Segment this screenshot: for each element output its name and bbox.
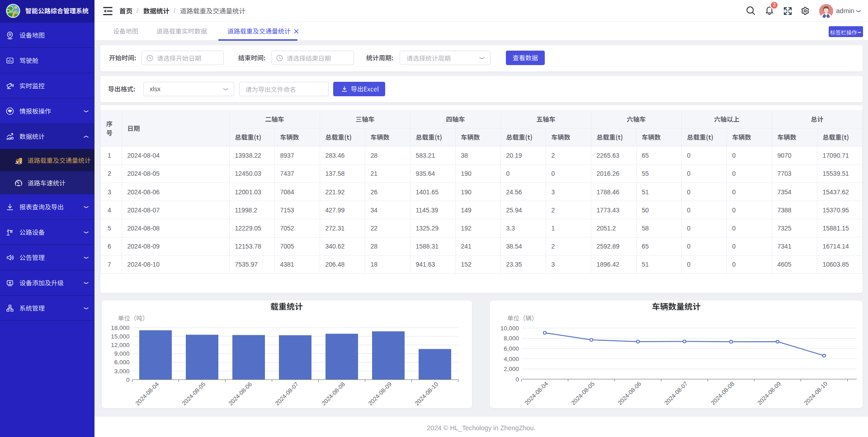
svg-text:6,000: 6,000: [114, 359, 130, 366]
svg-text:192: 192: [461, 225, 472, 232]
svg-text:0: 0: [515, 376, 519, 383]
svg-text:8937: 8937: [280, 152, 294, 159]
svg-text:2024-08-05: 2024-08-05: [180, 381, 207, 407]
svg-text:149: 149: [461, 207, 472, 214]
svg-text:20.19: 20.19: [506, 152, 522, 159]
svg-text:1: 1: [108, 152, 111, 159]
svg-text:2024-08-09: 2024-08-09: [127, 243, 160, 250]
svg-text:7: 7: [108, 261, 111, 268]
svg-text:152: 152: [461, 261, 472, 268]
svg-text:2024-08-06: 2024-08-06: [616, 381, 642, 407]
svg-text:12001.03: 12001.03: [235, 188, 262, 196]
svg-text:272.31: 272.31: [326, 225, 345, 232]
svg-text:3: 3: [552, 261, 555, 268]
svg-text:25.94: 25.94: [506, 207, 522, 214]
svg-text:0: 0: [126, 376, 130, 383]
svg-text:241: 241: [461, 243, 472, 250]
svg-text:13938.22: 13938.22: [235, 152, 262, 159]
svg-text:55: 55: [642, 170, 649, 177]
svg-text:23.35: 23.35: [506, 261, 522, 268]
svg-text:0: 0: [732, 152, 736, 159]
svg-text:12153.78: 12153.78: [235, 243, 262, 250]
svg-text:0: 0: [732, 261, 736, 268]
svg-text:28: 28: [371, 243, 378, 250]
svg-text:0: 0: [732, 243, 736, 250]
svg-text:2024-08-05: 2024-08-05: [570, 381, 596, 407]
svg-text:0: 0: [506, 170, 510, 177]
svg-text:10,000: 10,000: [500, 325, 519, 332]
svg-text:15881.15: 15881.15: [823, 225, 849, 232]
svg-text:137.58: 137.58: [326, 170, 345, 177]
svg-text:1401.65: 1401.65: [416, 188, 439, 196]
svg-text:0: 0: [687, 188, 691, 196]
svg-text:2024-08-08: 2024-08-08: [709, 381, 736, 407]
svg-text:941.63: 941.63: [416, 261, 435, 268]
svg-text:190: 190: [461, 188, 472, 196]
svg-text:2,000: 2,000: [504, 366, 519, 372]
svg-text:65: 65: [642, 152, 649, 159]
svg-text:2024-08-07: 2024-08-07: [274, 381, 300, 407]
svg-text:7052: 7052: [280, 225, 294, 232]
svg-text:18: 18: [371, 261, 378, 268]
svg-text:17090.71: 17090.71: [823, 152, 849, 159]
svg-text:1325.29: 1325.29: [416, 225, 439, 232]
svg-text:15370.95: 15370.95: [823, 207, 849, 214]
svg-text:583.21: 583.21: [416, 152, 435, 159]
svg-text:2024-08-10: 2024-08-10: [413, 381, 439, 407]
svg-text:2: 2: [552, 152, 555, 159]
svg-text:0: 0: [732, 225, 736, 232]
svg-text:3,000: 3,000: [114, 368, 130, 375]
svg-text:2024-08-10: 2024-08-10: [127, 261, 160, 268]
svg-text:0: 0: [687, 243, 691, 250]
svg-text:4: 4: [108, 207, 111, 214]
svg-text:2016.26: 2016.26: [597, 170, 620, 177]
svg-text:1896.42: 1896.42: [597, 261, 620, 268]
svg-text:935.64: 935.64: [416, 170, 435, 177]
svg-text:51: 51: [642, 188, 649, 196]
svg-text:2024-08-10: 2024-08-10: [802, 381, 829, 407]
svg-text:2024-08-06: 2024-08-06: [227, 381, 253, 407]
svg-text:283.46: 283.46: [326, 152, 345, 159]
svg-text:0: 0: [687, 152, 691, 159]
svg-text:7325: 7325: [778, 225, 792, 232]
svg-text:4605: 4605: [778, 261, 792, 268]
svg-text:16714.14: 16714.14: [823, 243, 849, 250]
svg-text:18,000: 18,000: [111, 324, 129, 331]
svg-text:12229.05: 12229.05: [235, 225, 262, 232]
svg-text:0: 0: [687, 261, 691, 268]
svg-text:190: 190: [461, 170, 472, 177]
svg-text:38: 38: [461, 152, 468, 159]
svg-text:51: 51: [642, 261, 649, 268]
svg-text:427.99: 427.99: [326, 207, 345, 214]
svg-text:221.92: 221.92: [326, 188, 345, 196]
svg-text:4381: 4381: [280, 261, 294, 268]
svg-text:1588.31: 1588.31: [416, 243, 439, 250]
svg-text:38.54: 38.54: [506, 243, 522, 250]
svg-text:1788.46: 1788.46: [597, 188, 620, 196]
svg-text:12,000: 12,000: [111, 342, 129, 348]
svg-text:2051.2: 2051.2: [597, 225, 616, 232]
svg-text:5: 5: [108, 225, 111, 232]
svg-text:9070: 9070: [778, 152, 792, 159]
svg-text:340.62: 340.62: [326, 243, 345, 250]
svg-text:2592.89: 2592.89: [597, 243, 620, 250]
svg-text:2024-08-06: 2024-08-06: [127, 188, 160, 196]
svg-text:1773.43: 1773.43: [597, 207, 620, 214]
svg-text:12450.03: 12450.03: [235, 170, 262, 177]
svg-text:4,000: 4,000: [504, 356, 519, 362]
svg-text:7005: 7005: [280, 243, 294, 250]
svg-text:206.48: 206.48: [326, 261, 345, 268]
svg-text:15539.51: 15539.51: [823, 170, 849, 177]
svg-text:2: 2: [108, 170, 111, 177]
svg-text:22: 22: [371, 225, 378, 232]
svg-text:2024-08-07: 2024-08-07: [127, 207, 160, 214]
svg-text:0: 0: [732, 188, 736, 196]
svg-text:6,000: 6,000: [504, 345, 519, 352]
svg-text:0: 0: [687, 225, 691, 232]
svg-text:58: 58: [642, 225, 649, 232]
svg-text:7388: 7388: [778, 207, 792, 214]
svg-text:11998.2: 11998.2: [235, 207, 258, 214]
svg-text:0: 0: [732, 170, 736, 177]
svg-text:3.3: 3.3: [506, 225, 515, 232]
svg-text:9,000: 9,000: [114, 350, 130, 357]
